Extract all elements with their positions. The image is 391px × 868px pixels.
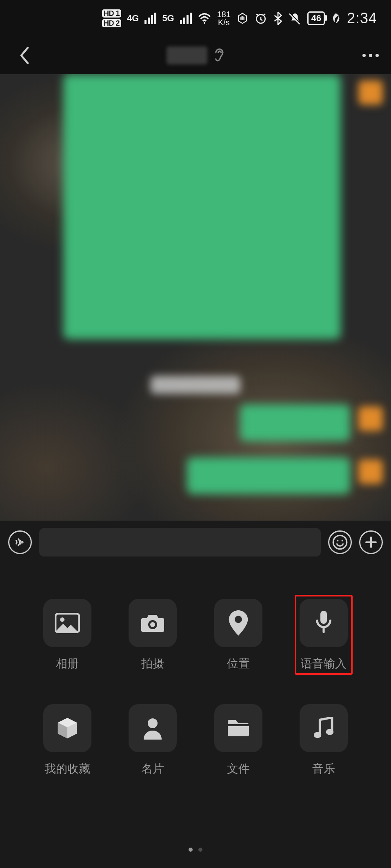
location-pin-icon xyxy=(214,599,262,647)
bluetooth-icon xyxy=(273,11,283,25)
page-dot-active xyxy=(189,848,193,852)
network-5g-label: 5G xyxy=(162,13,174,24)
svg-point-13 xyxy=(314,732,322,738)
svg-point-4 xyxy=(342,540,343,541)
more-menu-button[interactable] xyxy=(362,54,379,57)
attachment-panel-toggle[interactable] xyxy=(359,530,383,554)
attach-label: 相册 xyxy=(56,656,79,671)
network-4g-label: 4G xyxy=(127,13,139,24)
svg-point-14 xyxy=(326,729,334,735)
hd1-badge: HD 1 xyxy=(102,9,121,18)
folder-icon xyxy=(214,704,262,752)
attach-label: 拍摄 xyxy=(141,656,164,671)
battery-indicator: 46 xyxy=(307,11,324,25)
back-button[interactable] xyxy=(12,43,37,68)
camera-icon xyxy=(129,599,177,647)
sender-avatar xyxy=(358,80,383,105)
attachment-panel: 相册 拍摄 位置 xyxy=(0,564,391,868)
microphone-icon xyxy=(300,599,348,647)
attach-label: 音乐 xyxy=(312,761,335,777)
attach-label: 我的收藏 xyxy=(44,761,90,777)
earpiece-mode-icon xyxy=(213,47,224,64)
attach-item-favorites[interactable]: 我的收藏 xyxy=(24,704,110,777)
svg-point-6 xyxy=(60,617,64,622)
chat-header xyxy=(0,37,391,74)
svg-point-11 xyxy=(148,718,158,728)
emoji-button[interactable] xyxy=(328,530,352,554)
message-text-input[interactable] xyxy=(39,528,321,557)
attach-label: 语音输入 xyxy=(301,656,347,671)
page-dot xyxy=(198,848,202,852)
svg-point-9 xyxy=(235,616,242,623)
message-input-bar xyxy=(0,521,391,564)
attach-item-album[interactable]: 相册 xyxy=(24,599,110,671)
svg-point-8 xyxy=(150,622,155,627)
speed-value: 181 xyxy=(217,10,231,18)
attach-item-music[interactable]: 音乐 xyxy=(281,704,367,777)
timestamp-pill xyxy=(151,376,240,394)
alarm-icon xyxy=(254,12,267,25)
svg-point-0 xyxy=(203,22,205,24)
image-icon xyxy=(43,599,91,647)
hand-icon xyxy=(236,12,249,24)
attach-label: 文件 xyxy=(227,761,250,777)
signal-bars-1 xyxy=(144,13,156,24)
sender-avatar xyxy=(358,406,383,431)
attach-label: 位置 xyxy=(227,656,250,671)
hd-badge-stack: HD 1 HD 2 xyxy=(102,9,121,27)
status-right: 46 2:34 xyxy=(254,10,377,27)
speed-unit: K/s xyxy=(218,18,230,27)
person-icon xyxy=(129,704,177,752)
chat-title-redacted xyxy=(167,46,207,64)
hd2-badge: HD 2 xyxy=(102,19,121,27)
attach-label: 名片 xyxy=(141,761,164,777)
header-center xyxy=(167,46,224,64)
music-note-icon xyxy=(300,704,348,752)
outgoing-message-bubble xyxy=(240,404,350,441)
mute-bell-icon xyxy=(289,12,302,25)
page-indicator[interactable] xyxy=(189,848,202,868)
svg-point-2 xyxy=(333,535,347,549)
svg-point-3 xyxy=(337,540,338,541)
attachment-grid: 相册 拍摄 位置 xyxy=(24,599,367,777)
highlight-annotation: 语音输入 xyxy=(295,595,353,675)
attach-item-camera[interactable]: 拍摄 xyxy=(110,599,196,671)
outgoing-message-bubble xyxy=(187,457,350,494)
outgoing-message-bubble xyxy=(63,74,341,339)
clock-time: 2:34 xyxy=(347,10,377,27)
status-left: HD 1 HD 2 4G 5G 181 K/s xyxy=(102,9,249,27)
cube-icon xyxy=(43,704,91,752)
wifi-icon xyxy=(198,13,211,24)
svg-rect-12 xyxy=(228,724,249,726)
leaf-icon xyxy=(331,12,341,24)
status-bar: HD 1 HD 2 4G 5G 181 K/s xyxy=(0,0,391,37)
attach-item-voice-input[interactable]: 语音输入 xyxy=(281,599,367,671)
signal-bars-2 xyxy=(180,13,192,24)
attach-item-file[interactable]: 文件 xyxy=(196,704,281,777)
network-speed: 181 K/s xyxy=(217,10,231,27)
sender-avatar xyxy=(358,459,383,484)
chat-messages-area[interactable] xyxy=(0,74,391,521)
attach-item-location[interactable]: 位置 xyxy=(196,599,281,671)
attach-item-contact-card[interactable]: 名片 xyxy=(110,704,196,777)
voice-message-toggle[interactable] xyxy=(8,530,32,554)
